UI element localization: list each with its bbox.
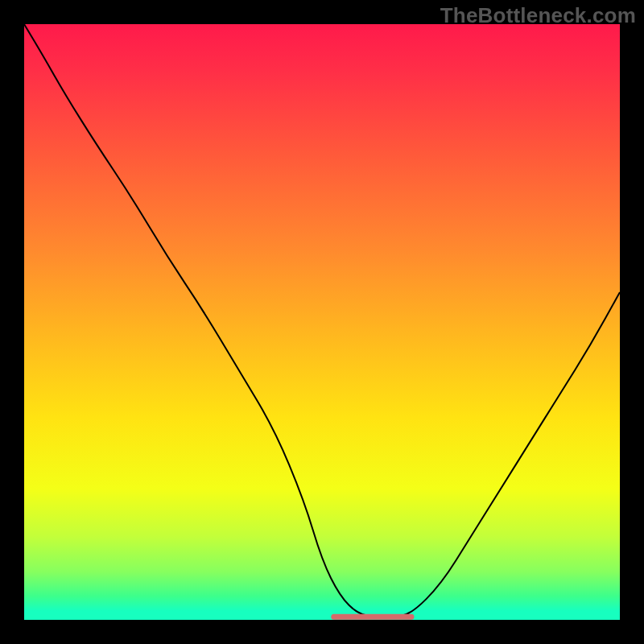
- curve-layer: [24, 24, 620, 620]
- bottleneck-curve: [24, 24, 620, 617]
- chart-frame: TheBottleneck.com: [0, 0, 644, 644]
- plot-area: [24, 24, 620, 620]
